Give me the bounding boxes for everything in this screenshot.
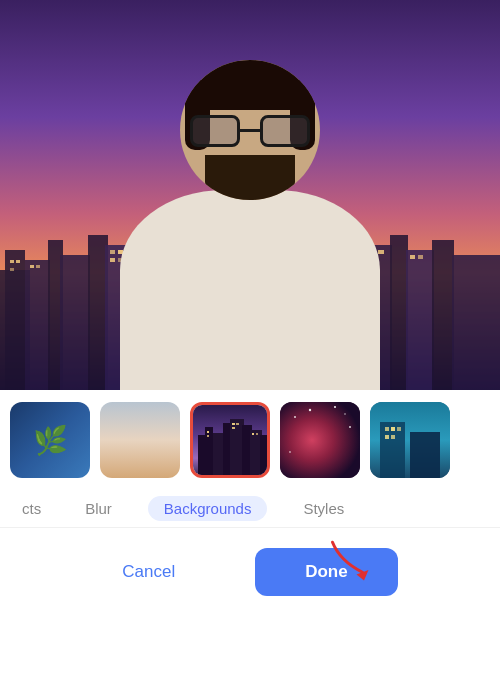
svg-rect-70 [410, 432, 440, 478]
svg-rect-59 [252, 433, 254, 435]
svg-rect-55 [207, 435, 209, 437]
svg-rect-72 [391, 427, 395, 431]
svg-rect-54 [207, 431, 209, 433]
svg-point-64 [344, 413, 346, 415]
svg-rect-71 [385, 427, 389, 431]
svg-rect-47 [205, 427, 213, 478]
svg-point-65 [349, 426, 351, 428]
tab-styles[interactable]: Styles [295, 496, 352, 521]
svg-rect-23 [10, 268, 14, 271]
thumbnail-city[interactable] [190, 402, 270, 478]
svg-rect-57 [236, 423, 239, 425]
svg-rect-24 [30, 265, 34, 268]
glass-left [190, 115, 240, 147]
svg-rect-19 [432, 240, 454, 390]
svg-rect-20 [452, 255, 500, 390]
svg-point-67 [334, 406, 336, 408]
svg-rect-74 [385, 435, 389, 439]
svg-rect-61 [280, 402, 360, 478]
tab-blur[interactable]: Blur [77, 496, 120, 521]
tab-backgrounds[interactable]: Backgrounds [148, 496, 268, 521]
svg-rect-53 [260, 435, 270, 478]
svg-rect-44 [418, 255, 423, 259]
thumbnail-building[interactable] [370, 402, 450, 478]
svg-rect-21 [10, 260, 14, 263]
arrow-indicator [325, 536, 385, 586]
glass-right [260, 115, 310, 147]
person-overlay [100, 20, 400, 390]
svg-rect-58 [232, 427, 235, 429]
svg-rect-43 [410, 255, 415, 259]
tab-effects[interactable]: cts [14, 496, 49, 521]
person-head [180, 60, 320, 200]
svg-rect-4 [60, 255, 90, 390]
svg-rect-75 [391, 435, 395, 439]
svg-rect-2 [25, 260, 50, 390]
svg-rect-18 [406, 250, 434, 390]
svg-rect-22 [16, 260, 20, 263]
glasses [190, 115, 310, 150]
thumbnail-gradient[interactable] [100, 402, 180, 478]
thumbnail-leaves[interactable] [10, 402, 90, 478]
svg-point-66 [289, 451, 291, 453]
svg-rect-25 [36, 265, 40, 268]
actions-row: Cancel Done [0, 528, 500, 616]
svg-rect-73 [397, 427, 401, 431]
video-preview [0, 0, 500, 390]
glass-bridge [240, 129, 260, 132]
tabs-row: cts Blur Backgrounds Styles [0, 490, 500, 528]
svg-point-63 [309, 409, 311, 411]
svg-rect-1 [5, 250, 25, 390]
cancel-button[interactable]: Cancel [102, 552, 195, 592]
svg-rect-56 [232, 423, 235, 425]
person-body [120, 190, 380, 390]
svg-rect-60 [256, 433, 258, 435]
beard [205, 155, 295, 200]
thumbnails-row [0, 390, 500, 490]
thumbnail-space[interactable] [280, 402, 360, 478]
svg-point-62 [294, 416, 296, 418]
